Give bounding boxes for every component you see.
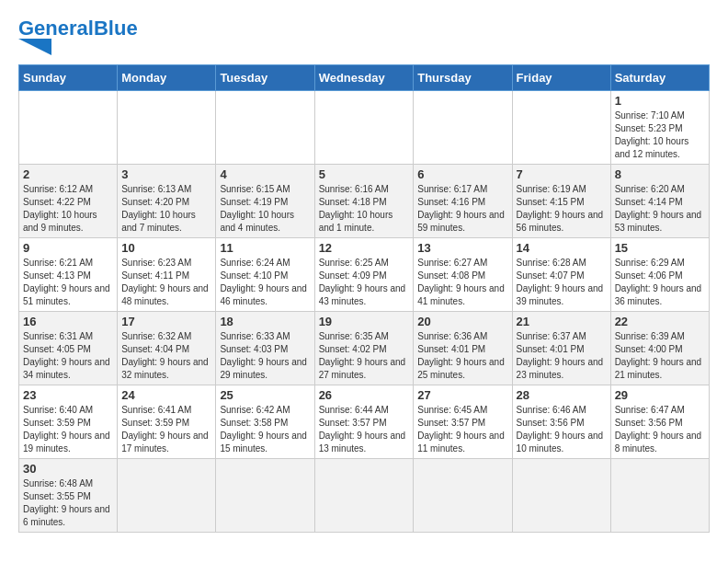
day-info: Sunrise: 6:16 AM Sunset: 4:18 PM Dayligh… — [319, 183, 410, 235]
day-info: Sunrise: 6:19 AM Sunset: 4:15 PM Dayligh… — [517, 183, 607, 235]
day-header-monday: Monday — [118, 65, 216, 91]
logo-general: General — [18, 17, 94, 40]
day-number: 9 — [23, 241, 113, 255]
day-cell: 2Sunrise: 6:12 AM Sunset: 4:22 PM Daylig… — [19, 165, 118, 238]
day-number: 22 — [615, 315, 705, 328]
day-info: Sunrise: 6:47 AM Sunset: 3:56 PM Dayligh… — [615, 404, 705, 455]
day-number: 16 — [23, 315, 113, 328]
day-cell: 21Sunrise: 6:37 AM Sunset: 4:01 PM Dayli… — [512, 312, 610, 385]
day-cell: 25Sunrise: 6:42 AM Sunset: 3:58 PM Dayli… — [216, 385, 314, 459]
day-cell: 24Sunrise: 6:41 AM Sunset: 3:59 PM Dayli… — [118, 385, 216, 459]
day-info: Sunrise: 6:17 AM Sunset: 4:16 PM Dayligh… — [417, 183, 507, 235]
day-number: 27 — [417, 388, 507, 402]
day-number: 18 — [220, 315, 310, 328]
day-cell — [414, 459, 512, 533]
day-number: 11 — [220, 241, 310, 255]
week-row-1: 1Sunrise: 7:10 AM Sunset: 5:23 PM Daylig… — [19, 91, 710, 165]
day-number: 4 — [220, 167, 310, 181]
day-info: Sunrise: 6:20 AM Sunset: 4:14 PM Dayligh… — [615, 183, 705, 235]
day-cell: 28Sunrise: 6:46 AM Sunset: 3:56 PM Dayli… — [512, 385, 610, 459]
day-cell — [610, 459, 709, 533]
day-cell: 7Sunrise: 6:19 AM Sunset: 4:15 PM Daylig… — [512, 165, 610, 238]
day-cell: 20Sunrise: 6:36 AM Sunset: 4:01 PM Dayli… — [414, 312, 512, 385]
day-number: 24 — [121, 388, 211, 402]
day-info: Sunrise: 6:42 AM Sunset: 3:58 PM Dayligh… — [220, 404, 310, 455]
day-cell — [414, 91, 512, 165]
day-number: 6 — [417, 167, 507, 181]
calendar: SundayMondayTuesdayWednesdayThursdayFrid… — [18, 64, 710, 533]
day-cell — [118, 459, 216, 533]
day-info: Sunrise: 6:29 AM Sunset: 4:06 PM Dayligh… — [615, 257, 705, 308]
week-row-6: 30Sunrise: 6:48 AM Sunset: 3:55 PM Dayli… — [19, 459, 710, 533]
day-cell: 3Sunrise: 6:13 AM Sunset: 4:20 PM Daylig… — [118, 165, 216, 238]
day-info: Sunrise: 6:46 AM Sunset: 3:56 PM Dayligh… — [517, 404, 607, 455]
days-header-row: SundayMondayTuesdayWednesdayThursdayFrid… — [19, 65, 710, 91]
day-info: Sunrise: 6:28 AM Sunset: 4:07 PM Dayligh… — [517, 257, 607, 308]
day-info: Sunrise: 6:33 AM Sunset: 4:03 PM Dayligh… — [220, 330, 310, 382]
day-number: 28 — [517, 388, 607, 402]
day-info: Sunrise: 6:27 AM Sunset: 4:08 PM Dayligh… — [417, 257, 507, 308]
day-cell: 16Sunrise: 6:31 AM Sunset: 4:05 PM Dayli… — [19, 312, 118, 385]
day-info: Sunrise: 6:48 AM Sunset: 3:55 PM Dayligh… — [23, 477, 113, 529]
day-info: Sunrise: 6:36 AM Sunset: 4:01 PM Dayligh… — [417, 330, 507, 382]
week-row-2: 2Sunrise: 6:12 AM Sunset: 4:22 PM Daylig… — [19, 165, 710, 238]
day-number: 26 — [319, 388, 410, 402]
day-info: Sunrise: 6:23 AM Sunset: 4:11 PM Dayligh… — [121, 257, 211, 308]
day-info: Sunrise: 6:25 AM Sunset: 4:09 PM Dayligh… — [319, 257, 410, 308]
day-cell: 22Sunrise: 6:39 AM Sunset: 4:00 PM Dayli… — [610, 312, 709, 385]
day-cell: 12Sunrise: 6:25 AM Sunset: 4:09 PM Dayli… — [314, 238, 414, 312]
week-row-3: 9Sunrise: 6:21 AM Sunset: 4:13 PM Daylig… — [19, 238, 710, 312]
day-cell: 23Sunrise: 6:40 AM Sunset: 3:59 PM Dayli… — [19, 385, 118, 459]
day-info: Sunrise: 6:45 AM Sunset: 3:57 PM Dayligh… — [417, 404, 507, 455]
day-info: Sunrise: 6:44 AM Sunset: 3:57 PM Dayligh… — [319, 404, 410, 455]
day-cell: 27Sunrise: 6:45 AM Sunset: 3:57 PM Dayli… — [414, 385, 512, 459]
day-info: Sunrise: 6:32 AM Sunset: 4:04 PM Dayligh… — [121, 330, 211, 382]
day-cell: 5Sunrise: 6:16 AM Sunset: 4:18 PM Daylig… — [314, 165, 414, 238]
day-cell: 4Sunrise: 6:15 AM Sunset: 4:19 PM Daylig… — [216, 165, 314, 238]
day-info: Sunrise: 6:31 AM Sunset: 4:05 PM Dayligh… — [23, 330, 113, 382]
week-row-5: 23Sunrise: 6:40 AM Sunset: 3:59 PM Dayli… — [19, 385, 710, 459]
day-cell — [216, 459, 314, 533]
day-number: 10 — [121, 241, 211, 255]
day-cell: 29Sunrise: 6:47 AM Sunset: 3:56 PM Dayli… — [610, 385, 709, 459]
day-info: Sunrise: 6:40 AM Sunset: 3:59 PM Dayligh… — [23, 404, 113, 455]
day-cell: 10Sunrise: 6:23 AM Sunset: 4:11 PM Dayli… — [118, 238, 216, 312]
day-number: 13 — [417, 241, 507, 255]
day-cell — [314, 91, 414, 165]
day-info: Sunrise: 6:21 AM Sunset: 4:13 PM Dayligh… — [23, 257, 113, 308]
day-number: 1 — [615, 94, 705, 108]
day-number: 17 — [121, 315, 211, 328]
day-number: 2 — [23, 167, 113, 181]
day-cell — [314, 459, 414, 533]
day-info: Sunrise: 6:35 AM Sunset: 4:02 PM Dayligh… — [319, 330, 410, 382]
week-row-4: 16Sunrise: 6:31 AM Sunset: 4:05 PM Dayli… — [19, 312, 710, 385]
day-number: 21 — [517, 315, 607, 328]
day-info: Sunrise: 6:24 AM Sunset: 4:10 PM Dayligh… — [220, 257, 310, 308]
day-info: Sunrise: 6:13 AM Sunset: 4:20 PM Dayligh… — [121, 183, 211, 235]
day-cell: 18Sunrise: 6:33 AM Sunset: 4:03 PM Dayli… — [216, 312, 314, 385]
day-number: 14 — [517, 241, 607, 255]
day-cell: 14Sunrise: 6:28 AM Sunset: 4:07 PM Dayli… — [512, 238, 610, 312]
day-number: 15 — [615, 241, 705, 255]
day-cell — [118, 91, 216, 165]
day-cell — [512, 459, 610, 533]
day-number: 29 — [615, 388, 705, 402]
day-cell: 9Sunrise: 6:21 AM Sunset: 4:13 PM Daylig… — [19, 238, 118, 312]
day-cell: 11Sunrise: 6:24 AM Sunset: 4:10 PM Dayli… — [216, 238, 314, 312]
day-number: 23 — [23, 388, 113, 402]
day-cell: 13Sunrise: 6:27 AM Sunset: 4:08 PM Dayli… — [414, 238, 512, 312]
day-info: Sunrise: 6:39 AM Sunset: 4:00 PM Dayligh… — [615, 330, 705, 382]
day-cell: 26Sunrise: 6:44 AM Sunset: 3:57 PM Dayli… — [314, 385, 414, 459]
day-cell: 1Sunrise: 7:10 AM Sunset: 5:23 PM Daylig… — [610, 91, 709, 165]
day-header-tuesday: Tuesday — [216, 65, 314, 91]
logo-blue: Blue — [94, 17, 138, 40]
header: GeneralBlue — [18, 18, 710, 55]
day-number: 7 — [517, 167, 607, 181]
day-info: Sunrise: 6:15 AM Sunset: 4:19 PM Dayligh… — [220, 183, 310, 235]
logo: GeneralBlue — [18, 18, 138, 55]
day-number: 12 — [319, 241, 410, 255]
day-cell: 17Sunrise: 6:32 AM Sunset: 4:04 PM Dayli… — [118, 312, 216, 385]
day-cell — [216, 91, 314, 165]
day-number: 20 — [417, 315, 507, 328]
day-cell: 8Sunrise: 6:20 AM Sunset: 4:14 PM Daylig… — [610, 165, 709, 238]
